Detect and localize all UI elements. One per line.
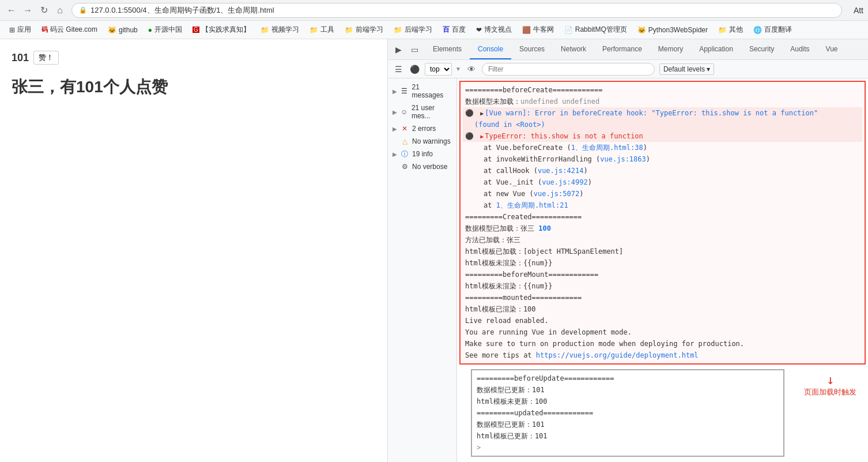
sidebar-item-errors[interactable]: ▶ ✕ 2 errors bbox=[388, 122, 456, 135]
github-icon: 🐱 bbox=[108, 26, 116, 34]
bookmark-video[interactable]: 📁 视频学习 bbox=[256, 23, 304, 37]
arrow-down-icon2: ↓ bbox=[827, 373, 834, 387]
page-content: 101 赞！ 张三，有101个人点赞 bbox=[0, 39, 387, 462]
tab-security[interactable]: Security bbox=[741, 39, 782, 59]
bookmark-label: 应用 bbox=[17, 25, 31, 35]
folder-icon: 📁 bbox=[394, 26, 402, 34]
console-log-area[interactable]: =========beforeCreate============ 数据模型未加… bbox=[457, 78, 868, 462]
filter-input[interactable] bbox=[482, 63, 655, 76]
context-select[interactable]: top bbox=[425, 63, 452, 76]
context-selector-wrap: top ▼ bbox=[425, 63, 461, 76]
stack-link[interactable]: 1、生命周期.html:21 bbox=[496, 201, 568, 209]
bookmark-label: 开源中国 bbox=[154, 25, 182, 35]
rabbitmq-icon: 📄 bbox=[564, 26, 573, 34]
bookmark-oschina[interactable]: ● 开源中国 bbox=[144, 23, 187, 37]
bookmark-rabbitmq[interactable]: 📄 RabbitMQ管理页 bbox=[560, 23, 632, 37]
sidebar-item-user-messages[interactable]: ▶ ☺ 21 user mes... bbox=[388, 102, 456, 122]
bookmark-label: Python3WebSpider bbox=[648, 26, 708, 34]
counter-row: 101 赞！ bbox=[12, 51, 376, 65]
tab-memory[interactable]: Memory bbox=[650, 39, 691, 59]
home-button[interactable]: ⌂ bbox=[53, 3, 67, 17]
error-icon: ✕ bbox=[401, 125, 409, 133]
default-levels-button[interactable]: Default levels ▾ bbox=[659, 63, 714, 75]
stack-link[interactable]: vue.js:5072 bbox=[534, 190, 579, 198]
info-icon: ⓘ bbox=[401, 150, 409, 158]
bookmark-spider[interactable]: 🐱 Python3WebSpider bbox=[633, 23, 712, 37]
tab-audits[interactable]: Audits bbox=[782, 39, 817, 59]
bookmark-tools[interactable]: 📁 工具 bbox=[305, 23, 339, 37]
log-line: html模板已加载：[object HTMLSpanElement] bbox=[463, 246, 862, 257]
reload-button[interactable]: ↻ bbox=[37, 3, 51, 17]
bookmark-baidu[interactable]: 百 百度 bbox=[438, 23, 470, 37]
bookmark-practice[interactable]: G 【实践求真知】 bbox=[188, 23, 255, 37]
bookmark-label: github bbox=[119, 26, 138, 34]
expand-arrow-icon: ▶ bbox=[393, 126, 397, 132]
back-button[interactable]: ← bbox=[5, 3, 18, 17]
log-line: html模板已更新：101 bbox=[474, 430, 781, 442]
tab-performance[interactable]: Performance bbox=[594, 39, 650, 59]
bookmarks-bar: ⊞ 应用 码 码云 Gitee.com 🐱 github ● 开源中国 G 【实… bbox=[0, 21, 868, 39]
device-toggle-icon[interactable]: ▭ bbox=[409, 44, 420, 55]
clear-console-icon[interactable]: ⚫ bbox=[409, 63, 420, 75]
verbose-icon: ⚙ bbox=[401, 163, 409, 171]
tab-elements[interactable]: Elements bbox=[425, 39, 470, 59]
user-icon: ☺ bbox=[401, 108, 408, 116]
tab-vue[interactable]: Vue bbox=[818, 39, 846, 59]
stack-link[interactable]: vue.js:4214 bbox=[538, 167, 583, 175]
stack-link[interactable]: vue.js:1863 bbox=[600, 155, 646, 163]
bookmark-label: 工具 bbox=[320, 25, 334, 35]
log-line: =========updated============ bbox=[474, 407, 781, 419]
bookmark-label: 博文视点 bbox=[484, 25, 512, 35]
tab-sources[interactable]: Sources bbox=[511, 39, 553, 59]
eye-icon[interactable]: 👁 bbox=[466, 63, 477, 75]
bookmark-translate[interactable]: 🌐 百度翻译 bbox=[749, 23, 797, 37]
bookmark-backend[interactable]: 📁 后端学习 bbox=[389, 23, 437, 37]
zan-button[interactable]: 赞！ bbox=[33, 51, 59, 65]
sidebar-toggle-icon[interactable]: ☰ bbox=[393, 63, 404, 75]
bookmark-github[interactable]: 🐱 github bbox=[103, 23, 142, 37]
triangle-icon: ▶ bbox=[480, 110, 484, 117]
stack-link[interactable]: vue.js:4992 bbox=[542, 178, 587, 186]
bookmark-gitee[interactable]: 码 码云 Gitee.com bbox=[37, 23, 102, 37]
log-line: 方法已加载：张三 bbox=[463, 234, 862, 246]
bookmark-label: 百度翻译 bbox=[764, 25, 792, 35]
att-label: Att bbox=[854, 6, 863, 15]
stack-link[interactable]: 1、生命周期.html:38 bbox=[571, 144, 643, 152]
counter-number: 101 bbox=[12, 52, 29, 64]
bookmark-label: 后端学习 bbox=[405, 25, 432, 35]
deployment-link[interactable]: https://vuejs.org/guide/deployment.html bbox=[536, 351, 699, 359]
typeerror-expandable[interactable]: ▶TypeError: this.show is not a function bbox=[480, 132, 643, 140]
bookmark-label: 【实践求真知】 bbox=[202, 25, 250, 35]
warning-icon: △ bbox=[401, 137, 409, 145]
log-line: html模板未渲染：{{num}} bbox=[463, 257, 862, 269]
log-stack-6: at 1、生命周期.html:21 bbox=[463, 200, 862, 211]
apps-icon: ⊞ bbox=[9, 26, 15, 34]
bookmark-label: 牛客网 bbox=[533, 25, 554, 35]
address-bar[interactable]: 🔒 127.0.0.1:5500/4、生命周期钩子函数/1、生命周期.html bbox=[71, 3, 842, 18]
vue-warn-expandable[interactable]: ▶[Vue warn]: Error in beforeCreate hook:… bbox=[480, 109, 818, 117]
bookmark-niuke[interactable]: 🟫 牛客网 bbox=[518, 23, 558, 37]
bookmark-others[interactable]: 📁 其他 bbox=[714, 23, 748, 37]
tab-network[interactable]: Network bbox=[553, 39, 594, 59]
log-section-bottom: =========beforeUpdate============ 数据模型已更… bbox=[471, 369, 784, 457]
info-label: 19 info bbox=[412, 150, 433, 158]
sidebar-item-warnings[interactable]: ▶ △ No warnings bbox=[388, 135, 456, 148]
sidebar-item-info[interactable]: ▶ ⓘ 19 info bbox=[388, 148, 456, 160]
gitee-icon: 码 bbox=[41, 25, 48, 34]
tab-console[interactable]: Console bbox=[470, 39, 511, 59]
messages-icon: ☰ bbox=[401, 87, 409, 95]
log-line: html模板未更新：100 bbox=[474, 396, 781, 407]
forward-button[interactable]: → bbox=[21, 3, 35, 17]
log-prompt[interactable]: > bbox=[474, 442, 781, 453]
sidebar-item-messages[interactable]: ▶ ☰ 21 messages bbox=[388, 81, 456, 102]
tab-application[interactable]: Application bbox=[691, 39, 741, 59]
console-body: ▶ ☰ 21 messages ▶ ☺ 21 user mes... ▶ ✕ 2… bbox=[388, 78, 868, 462]
bookmark-bowenview[interactable]: ❤ 博文视点 bbox=[471, 23, 516, 37]
bookmark-frontend[interactable]: 📁 前端学习 bbox=[340, 23, 388, 37]
log-line: 数据模型未加载：undefined undefined bbox=[463, 96, 862, 107]
inspect-element-icon[interactable]: ▶ bbox=[393, 44, 404, 55]
bookmark-apps[interactable]: ⊞ 应用 bbox=[5, 23, 36, 37]
sidebar-item-verbose[interactable]: ▶ ⚙ No verbose bbox=[388, 160, 456, 173]
log-stack-5: at new Vue (vue.js:5072) bbox=[463, 188, 862, 200]
log-found-in: (found in <Root>) bbox=[463, 119, 862, 130]
